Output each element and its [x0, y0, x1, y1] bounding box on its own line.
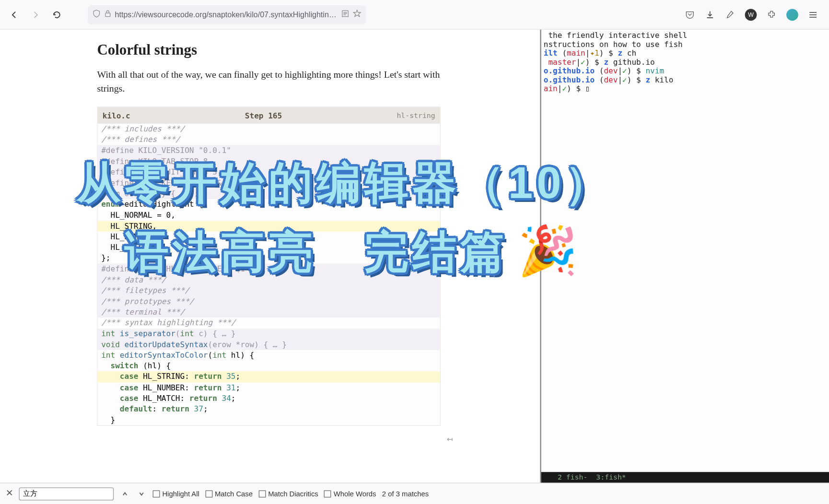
back-button[interactable]: [6, 6, 23, 23]
find-bar: Highlight All Match Case Match Diacritic…: [0, 483, 829, 504]
page-content: Colorful strings With all that out of th…: [0, 30, 540, 483]
code-line: void editorUpdateSyntax(erow *row) { … }: [98, 339, 440, 350]
terminal-line: master|✓) $ z github.io: [544, 58, 827, 67]
extensions-icon[interactable]: [766, 9, 777, 20]
devtools-icon[interactable]: [725, 9, 736, 20]
menu-icon[interactable]: [808, 9, 818, 20]
terminal-line: o.github.io (dev|✓) $ nvim: [544, 66, 827, 75]
code-line: /*** includes ***/: [98, 124, 440, 134]
code-line: HL_NUMBER,: [98, 232, 440, 242]
code-filename: kilo.c: [103, 111, 130, 120]
url-bar[interactable]: https://viewsourcecode.org/snaptoken/kil…: [88, 5, 366, 24]
code-line: #define KILO_QUIT_TIMES 3: [98, 167, 440, 177]
download-icon[interactable]: [705, 9, 715, 20]
svg-rect-0: [105, 13, 110, 16]
drag-handle[interactable]: ↤: [447, 435, 453, 444]
code-line: /*** terminal ***/: [98, 307, 440, 317]
code-line: #define KILO_TAB_STOP 8: [98, 156, 440, 166]
code-step: Step 165: [130, 111, 397, 120]
match-diacritics-checkbox[interactable]: Match Diacritics: [258, 490, 318, 498]
code-line: };: [98, 253, 440, 264]
code-line: #define HL_HIGHLIGHT_NUMBERS (1<<0): [98, 264, 440, 274]
code-line: /*** prototypes ***/: [98, 296, 440, 307]
highlight-all-checkbox[interactable]: Highlight All: [153, 490, 199, 498]
close-icon[interactable]: [6, 489, 13, 498]
url-text: https://viewsourcecode.org/snaptoken/kil…: [115, 10, 338, 19]
code-line: /*** defines ***/: [98, 135, 440, 145]
code-line: enum editorHighlight {: [98, 199, 440, 210]
code-line: enum editorKey { … };: [98, 188, 440, 199]
code-line: switch (hl) {: [98, 361, 440, 371]
code-line: #define CTRL_KEY(k) ((k) & 0x1f): [98, 177, 440, 188]
code-line: HL_NORMAL = 0,: [98, 210, 440, 221]
code-block: kilo.c Step 165 hl-string /*** includes …: [97, 106, 441, 426]
code-line: #define KILO_VERSION "0.0.1": [98, 145, 440, 156]
section-heading: Colorful strings: [97, 41, 540, 58]
terminal-line: ilt (main|✦1) $ z ch: [544, 48, 827, 58]
code-line: case HL_NUMBER: return 31;: [98, 382, 440, 393]
code-line: case HL_STRING: return 35;: [98, 372, 440, 382]
terminal[interactable]: the friendly interactive shellnstruction…: [540, 30, 829, 483]
code-line: int editorSyntaxToColor(int hl) {: [98, 350, 440, 361]
whole-words-checkbox[interactable]: Whole Words: [324, 490, 376, 498]
forward-button[interactable]: [27, 6, 44, 23]
find-next-button[interactable]: [136, 488, 147, 499]
code-line: HL_STRING,: [98, 221, 440, 231]
code-line: HL_MATCH: [98, 242, 440, 253]
ext-icon-1[interactable]: W: [745, 9, 757, 21]
code-tag: hl-string: [397, 111, 435, 119]
terminal-line: nstructions on how to use fish: [544, 40, 827, 49]
terminal-line: o.github.io (dev|✓) $ z kilo: [544, 75, 827, 84]
code-line: int is_separator(int c) { … }: [98, 328, 440, 339]
shield-icon: [93, 10, 101, 20]
code-line: /*** syntax highlighting ***/: [98, 317, 440, 328]
reader-icon[interactable]: [341, 10, 349, 20]
browser-toolbar: https://viewsourcecode.org/snaptoken/kil…: [0, 0, 829, 30]
terminal-status: 2 fish- 3:fish*: [541, 472, 829, 482]
find-count: 2 of 3 matches: [382, 490, 429, 498]
code-line: /*** data ***/: [98, 275, 440, 285]
code-line: case HL_MATCH: return 34;: [98, 393, 440, 404]
ext-icon-2[interactable]: [786, 9, 798, 21]
code-line: }: [98, 415, 440, 425]
lock-icon: [104, 10, 111, 19]
reload-button[interactable]: [48, 6, 65, 23]
intro-text: With all that out of the way, we can fin…: [97, 68, 441, 96]
terminal-line: the friendly interactive shell: [544, 31, 827, 40]
star-icon[interactable]: [353, 10, 361, 20]
terminal-line: ain|✓) $ ▯: [544, 84, 827, 93]
find-input[interactable]: [19, 487, 114, 500]
code-line: default: return 37;: [98, 404, 440, 414]
code-line: /*** filetypes ***/: [98, 285, 440, 296]
find-prev-button[interactable]: [119, 488, 130, 499]
pocket-icon[interactable]: [685, 9, 695, 20]
match-case-checkbox[interactable]: Match Case: [205, 490, 253, 498]
